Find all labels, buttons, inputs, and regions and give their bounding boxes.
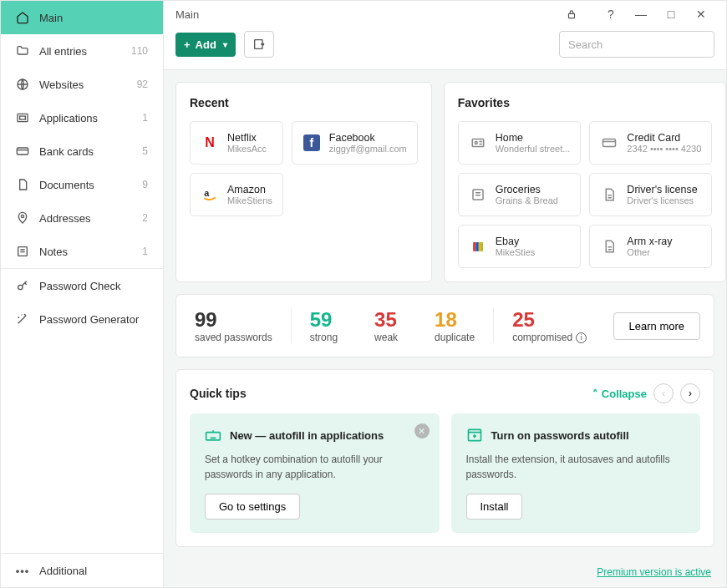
sidebar-item-websites[interactable]: Websites 92 bbox=[1, 68, 163, 101]
help-icon[interactable]: ? bbox=[596, 8, 626, 21]
entry-sub: 2342 •••• •••• 4230 bbox=[627, 144, 701, 154]
close-icon[interactable]: ✕ bbox=[414, 423, 430, 438]
entry-sub: ziggyff@gmail.com bbox=[329, 144, 407, 154]
recent-card[interactable]: f Facebookziggyff@gmail.com bbox=[292, 121, 418, 165]
svg-rect-17 bbox=[481, 242, 483, 251]
install-button[interactable]: Install bbox=[466, 494, 523, 520]
note-icon bbox=[469, 185, 487, 204]
premium-link[interactable]: Premium version is active bbox=[597, 566, 711, 578]
sidebar-item-label: Password Check bbox=[39, 280, 148, 292]
stat-label: saved passwords bbox=[195, 332, 272, 343]
learn-more-button[interactable]: Learn more bbox=[613, 312, 700, 340]
entry-title: Netflix bbox=[227, 132, 267, 144]
document-icon bbox=[600, 237, 618, 256]
entry-title: Home bbox=[496, 132, 571, 144]
chevron-up-icon: ˄ bbox=[592, 388, 598, 400]
import-button[interactable] bbox=[244, 31, 274, 58]
sidebar-item-password-check[interactable]: Password Check bbox=[1, 269, 163, 302]
sidebar-item-count: 1 bbox=[142, 112, 148, 124]
info-icon[interactable]: i bbox=[576, 332, 587, 343]
stat-label: weak bbox=[374, 332, 398, 343]
sidebar-item-all-entries[interactable]: All entries 110 bbox=[1, 34, 163, 68]
sidebar-item-label: Password Generator bbox=[39, 313, 148, 326]
sidebar-item-count: 92 bbox=[137, 79, 148, 90]
sidebar-item-main[interactable]: Main bbox=[1, 1, 163, 34]
svg-rect-18 bbox=[206, 433, 221, 440]
browser-icon bbox=[466, 427, 483, 444]
document-icon bbox=[16, 178, 29, 191]
amazon-icon: a bbox=[201, 185, 219, 204]
sidebar-item-count: 2 bbox=[142, 212, 148, 224]
footer: Premium version is active bbox=[164, 559, 726, 587]
toolbar: + Add ▾ bbox=[164, 24, 726, 70]
entry-title: Arm x-ray bbox=[627, 236, 672, 247]
entry-sub: Grains & Bread bbox=[496, 195, 558, 205]
favorite-card[interactable]: HomeWonderful street... bbox=[458, 121, 582, 165]
svg-rect-3 bbox=[17, 148, 28, 155]
key-icon bbox=[16, 279, 29, 292]
entry-sub: MikesAcc bbox=[227, 144, 267, 154]
recent-card[interactable]: a AmazonMikeStiens bbox=[190, 173, 283, 216]
entry-title: Driver's license bbox=[627, 184, 697, 195]
stat-num: 99 bbox=[195, 308, 272, 332]
svg-rect-16 bbox=[479, 242, 481, 251]
stat-num: 18 bbox=[435, 308, 475, 332]
close-button[interactable]: ✕ bbox=[686, 8, 716, 21]
favorite-card[interactable]: Credit Card2342 •••• •••• 4230 bbox=[589, 121, 712, 165]
dots-icon: ••• bbox=[16, 564, 29, 577]
titlebar: Main ? — □ ✕ bbox=[164, 1, 726, 24]
sidebar-item-label: All entries bbox=[39, 45, 131, 58]
svg-rect-1 bbox=[18, 114, 28, 121]
tip-body: Install the extension, it autosaves and … bbox=[466, 452, 686, 482]
recent-card[interactable]: N NetflixMikesAcc bbox=[190, 121, 283, 165]
collapse-button[interactable]: ˄ Collapse bbox=[592, 388, 647, 400]
sidebar-item-label: Websites bbox=[39, 79, 137, 91]
main: Main ? — □ ✕ + Add ▾ Recent N NetflixM bbox=[164, 1, 726, 587]
sidebar-item-additional[interactable]: ••• Additional bbox=[1, 554, 163, 587]
stat-saved: 99 saved passwords bbox=[190, 308, 292, 343]
stat-num: 25 bbox=[512, 308, 587, 332]
chevron-down-icon: ▾ bbox=[223, 40, 227, 49]
note-icon bbox=[16, 245, 29, 258]
favorite-card[interactable]: Driver's licenseDriver's licenses bbox=[589, 173, 712, 216]
entry-sub: MikeStiens bbox=[227, 195, 272, 205]
search-input[interactable] bbox=[559, 31, 714, 58]
app-icon bbox=[16, 111, 29, 124]
sidebar-item-notes[interactable]: Notes 1 bbox=[1, 235, 163, 268]
stat-label: duplicate bbox=[435, 332, 475, 343]
address-icon bbox=[469, 134, 487, 152]
stats-panel: 99 saved passwords 59 strong 35 weak 18 … bbox=[175, 294, 714, 357]
entry-sub: Other bbox=[627, 247, 672, 257]
sidebar-item-addresses[interactable]: Addresses 2 bbox=[1, 201, 163, 235]
sidebar-item-documents[interactable]: Documents 9 bbox=[1, 168, 163, 201]
add-button[interactable]: + Add ▾ bbox=[175, 33, 236, 57]
page-title: Main bbox=[175, 8, 566, 21]
entry-title: Credit Card bbox=[627, 132, 701, 144]
sidebar-item-count: 9 bbox=[142, 179, 148, 190]
ebay-icon bbox=[469, 237, 487, 256]
minimize-button[interactable]: — bbox=[626, 8, 656, 21]
svg-rect-14 bbox=[473, 242, 475, 251]
folder-icon bbox=[16, 44, 29, 58]
sidebar-item-count: 110 bbox=[131, 45, 148, 57]
sidebar-item-applications[interactable]: Applications 1 bbox=[1, 101, 163, 134]
sidebar-item-bank-cards[interactable]: Bank cards 5 bbox=[1, 134, 163, 168]
lock-icon[interactable] bbox=[566, 8, 596, 20]
go-to-settings-button[interactable]: Go to settings bbox=[205, 494, 300, 520]
favorite-card[interactable]: Arm x-rayOther bbox=[589, 225, 712, 268]
sidebar-item-label: Notes bbox=[39, 246, 142, 258]
maximize-button[interactable]: □ bbox=[656, 8, 686, 21]
svg-point-6 bbox=[18, 285, 23, 289]
entry-title: Amazon bbox=[227, 184, 272, 195]
entry-title: Facebook bbox=[329, 132, 407, 144]
favorite-card[interactable]: GroceriesGrains & Bread bbox=[458, 173, 582, 216]
tips-next-button[interactable]: › bbox=[680, 383, 700, 403]
home-icon bbox=[16, 11, 29, 24]
recent-panel: Recent N NetflixMikesAcc f Facebookziggy… bbox=[175, 82, 432, 282]
favorite-card[interactable]: EbayMikeSties bbox=[458, 225, 582, 268]
entry-title: Groceries bbox=[496, 184, 558, 195]
tip-card: Turn on passwords autofill Install the e… bbox=[451, 413, 701, 533]
card-icon bbox=[600, 134, 618, 152]
sidebar-item-password-generator[interactable]: Password Generator bbox=[1, 302, 163, 336]
tips-prev-button[interactable]: ‹ bbox=[653, 383, 674, 403]
